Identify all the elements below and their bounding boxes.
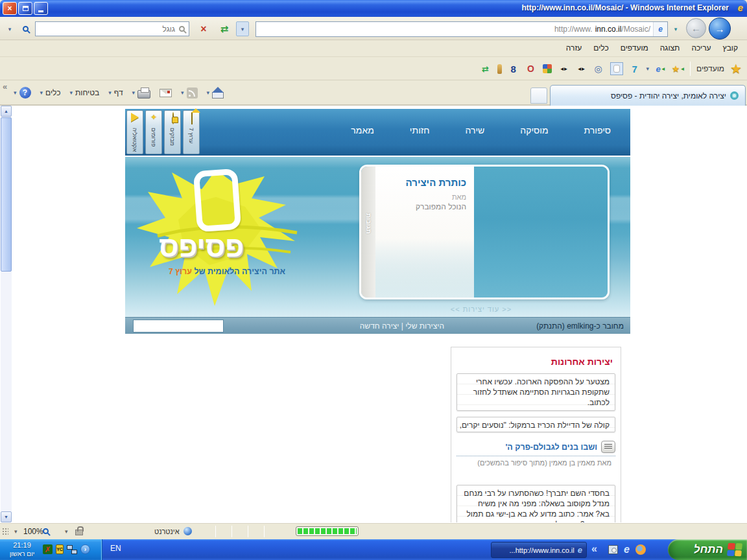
side-tab-arutz7[interactable]: ערוץ 7 xyxy=(183,110,200,154)
menu-favorites[interactable]: מועדפים xyxy=(621,43,648,52)
site-logo[interactable]: פסיפס אתר היצירה הלאומית של ערוץ 7 xyxy=(132,158,307,316)
refresh-button[interactable]: ⇄ xyxy=(215,21,233,36)
user-links[interactable]: היצירות שלי | יצירה חדשה xyxy=(360,321,444,331)
email-button[interactable] xyxy=(156,88,175,99)
side-tab-news[interactable]: אקטואליה xyxy=(126,110,143,154)
search-go-button[interactable] xyxy=(17,21,34,36)
vertical-scrollbar[interactable]: ▲ ▼ xyxy=(1,106,12,522)
feeds-button[interactable]: ▾ xyxy=(178,86,201,100)
menu-view[interactable]: תצוגה xyxy=(660,43,680,52)
link-bowtie-icon[interactable]: ►◄ xyxy=(558,63,569,75)
help-button[interactable]: ▾? xyxy=(10,86,34,100)
page-button[interactable]: ▾דף xyxy=(105,87,126,99)
zoom-level[interactable]: 100% xyxy=(23,527,43,536)
arrow-left-icon: ← xyxy=(691,23,701,34)
search-input[interactable] xyxy=(65,25,175,34)
link-bottle-icon[interactable] xyxy=(497,64,502,74)
link-bowtie-icon[interactable]: ►◄ xyxy=(575,63,587,75)
site-content: סיפורת מוסיקה שירה חזותי מאמר אקטואליה ✦… xyxy=(125,106,630,522)
scrollbar-thumb[interactable] xyxy=(1,117,12,272)
creation-snippet[interactable]: קולה של הדיילת הכריז ברמקול: "נוסעים יקר… xyxy=(456,417,615,432)
nav-poetry[interactable]: שירה xyxy=(466,125,485,135)
creation-title[interactable]: כותרת היצירה xyxy=(383,177,466,188)
antivirus-tray-icon[interactable]: ✗ xyxy=(43,544,53,554)
carousel-pager[interactable]: << עוד יצירות >> xyxy=(416,305,546,313)
favorites-star-icon: ★ xyxy=(730,61,742,76)
close-button[interactable]: × xyxy=(3,2,17,15)
system-tray: 21:19 יום ראשון ✗ YC › xyxy=(0,539,102,560)
link-selected-icon[interactable] xyxy=(610,62,623,75)
menu-edit[interactable]: עריכה xyxy=(691,43,711,52)
link-channel7-icon[interactable]: 7 xyxy=(629,63,641,75)
address-history-dropdown[interactable]: ▾ xyxy=(236,21,249,36)
play-icon xyxy=(131,113,139,122)
userbar-search-input[interactable] xyxy=(133,320,224,332)
forward-button[interactable]: ← xyxy=(686,18,706,38)
minimize-icon xyxy=(38,10,43,12)
nav-article[interactable]: מאמר xyxy=(351,125,374,135)
stop-button[interactable]: × xyxy=(195,21,213,36)
lock-icon xyxy=(75,530,83,535)
link-spiral-icon[interactable]: ◎ xyxy=(593,63,604,75)
login-status[interactable]: מחובר כ-emlking (התנתק) xyxy=(536,321,624,331)
restore-button[interactable] xyxy=(18,2,32,15)
quick-launch-firefox-icon[interactable] xyxy=(635,544,646,555)
divider xyxy=(690,62,691,76)
menu-tools[interactable]: כלים xyxy=(593,43,608,52)
start-button[interactable]: התחל xyxy=(668,539,747,560)
print-button[interactable]: ▾ xyxy=(129,86,154,100)
address-dropdown[interactable]: ▾ xyxy=(670,21,681,36)
favorites-button[interactable]: מועדפים xyxy=(696,64,724,73)
link-office-icon[interactable] xyxy=(543,64,552,73)
language-indicator[interactable]: EN xyxy=(110,544,121,553)
creation-link-row[interactable]: ושבו בנים לגבולם-פרק ה' xyxy=(456,441,615,456)
clipboard-tray-icon[interactable]: YC xyxy=(56,544,64,554)
side-tab-forums[interactable]: ✦ פורומים xyxy=(145,110,162,154)
tray-expand-chevron[interactable]: › xyxy=(80,544,90,554)
address-bar[interactable]: http://www.inn.co.il/Mosaic/ e xyxy=(255,21,668,37)
taskbar-overflow-chevron[interactable]: « xyxy=(591,543,597,555)
home-icon xyxy=(212,92,224,99)
creation-snippet[interactable]: מצטער על ההפסקה הארוכה. עכשיו אחרי שתקופ… xyxy=(456,373,615,411)
safety-button[interactable]: ▾בטיחות xyxy=(67,87,103,99)
search-options-dropdown[interactable]: ▾ xyxy=(4,21,16,36)
quick-launch-ie-icon[interactable]: e xyxy=(624,544,630,555)
scroll-down-button[interactable]: ▼ xyxy=(1,511,12,522)
card-side-tab[interactable]: תגובות xyxy=(361,167,375,298)
back-button[interactable]: → xyxy=(709,18,731,40)
quick-tabs-button[interactable] xyxy=(530,88,547,104)
link-eight-icon[interactable]: 8 xyxy=(508,63,519,75)
suggested-sites-button[interactable]: ◄e xyxy=(655,63,667,75)
featured-creation-card[interactable]: תגובות כותרת היצירה מאת הנוכל המפוברק xyxy=(359,165,610,299)
menu-file[interactable]: קובץ xyxy=(723,43,738,52)
side-tab-flashes[interactable]: מבזקים xyxy=(164,110,181,154)
document-icon xyxy=(601,441,615,453)
arrow-right-icon: → xyxy=(715,23,725,34)
minimize-button[interactable] xyxy=(34,2,48,15)
tools-button[interactable]: ▾כלים xyxy=(37,87,64,99)
nav-fiction[interactable]: סיפורת xyxy=(584,125,611,135)
taskbar-window-button[interactable]: ...http://www.inn.co.il e xyxy=(491,542,587,558)
creation-link[interactable]: ושבו בנים לגבולם-פרק ה' xyxy=(505,443,597,452)
security-dropdown[interactable]: ▾ xyxy=(65,528,68,535)
creation-snippet[interactable]: בחסדי השם יתברך! כשהסתערו על רבי מנחם מנ… xyxy=(456,485,615,522)
nav-visual[interactable]: חזותי xyxy=(410,125,430,135)
links-dropdown[interactable]: ▾ xyxy=(646,65,650,72)
menu-help[interactable]: עזרה xyxy=(566,43,582,52)
link-recycle-icon[interactable]: ⇄ xyxy=(480,63,492,75)
creation-author[interactable]: הנוכל המפוברק xyxy=(383,202,466,211)
tray-clock[interactable]: 21:19 יום ראשון xyxy=(3,541,42,559)
zoom-dropdown[interactable]: ▾ xyxy=(14,528,18,535)
quick-launch-app-icon[interactable] xyxy=(608,545,618,554)
tab-title: יצירה לאומית, יצירה יהודית - פסיפס xyxy=(611,91,726,100)
network-tray-icon[interactable] xyxy=(67,545,77,554)
home-button[interactable]: ▾ xyxy=(204,86,228,100)
scroll-up-button[interactable]: ▲ xyxy=(1,106,12,117)
nav-music[interactable]: מוסיקה xyxy=(520,125,548,135)
add-favorite-button[interactable]: ◄★ xyxy=(672,63,684,75)
browser-tab[interactable]: יצירה לאומית, יצירה יהודית - פסיפס xyxy=(550,85,746,106)
resize-grip[interactable] xyxy=(2,528,8,535)
toolbar-overflow-chevron[interactable]: « xyxy=(3,82,7,91)
link-opera-icon[interactable]: O xyxy=(525,63,537,75)
printer-icon xyxy=(137,90,150,99)
